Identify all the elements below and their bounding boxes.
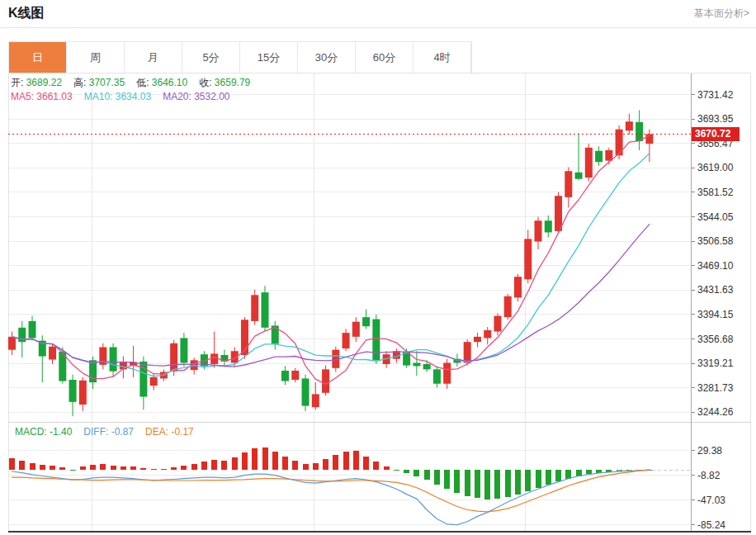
tab-interval-6[interactable]: 60分 bbox=[356, 42, 413, 73]
grid-lines bbox=[8, 73, 691, 533]
svg-text:-85.24: -85.24 bbox=[697, 519, 725, 531]
fundamental-analysis-link[interactable]: 基本面分析> bbox=[694, 7, 749, 21]
kline-chart-canvas[interactable]: 3731.423693.953656.473619.003581.523544.… bbox=[0, 0, 756, 535]
macd-histogram bbox=[9, 447, 652, 499]
macd-lines bbox=[12, 470, 650, 525]
svg-text:-8.82: -8.82 bbox=[697, 470, 721, 481]
tab-interval-2[interactable]: 月 bbox=[125, 42, 182, 73]
candles bbox=[8, 111, 653, 417]
svg-text:3281.73: 3281.73 bbox=[697, 382, 734, 394]
tab-interval-7[interactable]: 4时 bbox=[413, 42, 471, 73]
svg-text:3544.05: 3544.05 bbox=[697, 211, 734, 223]
ma-lines bbox=[12, 135, 650, 385]
svg-text:3469.10: 3469.10 bbox=[697, 260, 734, 272]
svg-text:3319.21: 3319.21 bbox=[697, 357, 734, 369]
svg-text:3731.42: 3731.42 bbox=[697, 89, 734, 101]
svg-text:3693.95: 3693.95 bbox=[697, 113, 734, 125]
svg-text:3356.68: 3356.68 bbox=[697, 334, 734, 345]
tab-interval-5[interactable]: 30分 bbox=[298, 42, 356, 73]
svg-text:3619.00: 3619.00 bbox=[697, 162, 734, 173]
svg-text:3581.52: 3581.52 bbox=[697, 187, 734, 198]
svg-text:3506.58: 3506.58 bbox=[697, 235, 734, 247]
tab-interval-1[interactable]: 周 bbox=[67, 42, 125, 73]
svg-text:3244.26: 3244.26 bbox=[697, 406, 734, 418]
svg-text:3394.15: 3394.15 bbox=[697, 309, 734, 320]
macd-axis-labels: 29.38-8.82-47.03-85.24 bbox=[692, 445, 726, 531]
interval-tab-bar: 日周月5分15分30分60分4时 bbox=[8, 41, 472, 73]
tab-interval-4[interactable]: 15分 bbox=[240, 42, 298, 73]
page-title: K线图 bbox=[8, 5, 45, 22]
tab-interval-3[interactable]: 5分 bbox=[182, 42, 240, 73]
svg-text:3431.63: 3431.63 bbox=[697, 284, 734, 296]
svg-text:29.38: 29.38 bbox=[697, 445, 722, 457]
current-price-badge: 3670.72 bbox=[692, 127, 739, 141]
tab-interval-0[interactable]: 日 bbox=[9, 42, 67, 73]
kline-widget: K线图 基本面分析> 日周月5分15分30分60分4时 开: 3689.22高:… bbox=[0, 0, 756, 535]
header-divider bbox=[0, 27, 756, 28]
svg-text:-47.03: -47.03 bbox=[697, 495, 725, 506]
